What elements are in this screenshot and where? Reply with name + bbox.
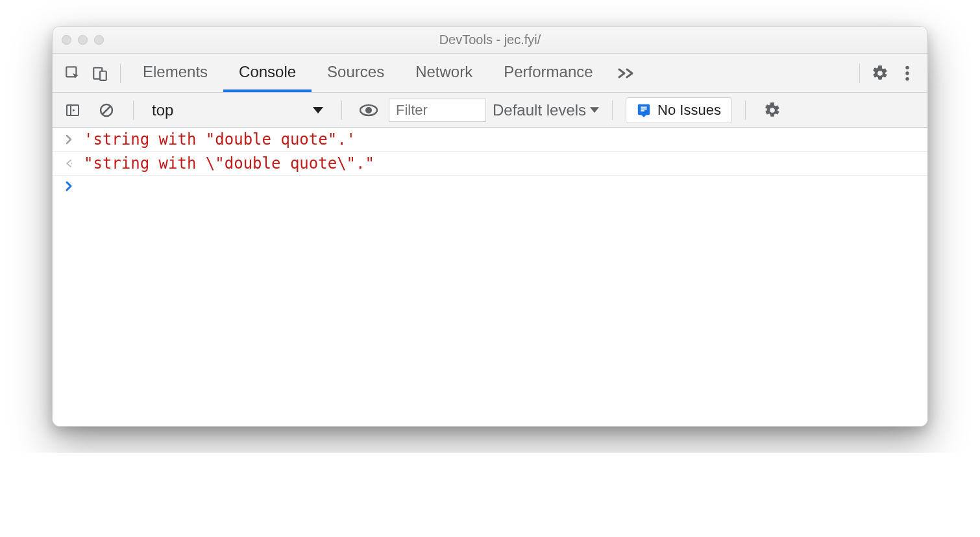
chevron-down-icon	[590, 107, 599, 113]
separator	[745, 101, 746, 120]
svg-point-9	[365, 107, 372, 113]
console-input-text: 'string with "double quote".'	[84, 130, 356, 149]
execution-context-label: top	[152, 101, 173, 119]
settings-icon[interactable]	[866, 60, 894, 87]
svg-rect-2	[100, 71, 106, 80]
tab-network[interactable]: Network	[400, 54, 488, 92]
execution-context-select[interactable]: top	[147, 101, 328, 119]
tab-performance[interactable]: Performance	[488, 54, 608, 92]
issues-button[interactable]: No Issues	[626, 97, 732, 123]
output-marker-icon	[63, 158, 75, 169]
separator	[859, 64, 860, 83]
prompt-marker-icon	[63, 181, 75, 191]
titlebar: DevTools - jec.fyi/	[53, 27, 927, 54]
svg-point-3	[905, 66, 909, 69]
filter-input[interactable]	[389, 99, 486, 122]
main-tabbar: Elements Console Sources Network Perform…	[53, 54, 927, 93]
console-settings-icon[interactable]	[759, 97, 786, 124]
inspect-element-icon[interactable]	[59, 60, 86, 87]
console-output-row[interactable]: "string with \"double quote\"."	[53, 152, 927, 176]
issues-label: No Issues	[657, 102, 721, 119]
separator	[120, 64, 121, 83]
log-levels-select[interactable]: Default levels	[493, 101, 599, 119]
svg-point-4	[905, 71, 909, 75]
live-expression-icon[interactable]	[355, 97, 382, 124]
chevron-down-icon	[313, 107, 323, 113]
close-window-button[interactable]	[62, 35, 71, 45]
console-sidebar-toggle-icon[interactable]	[59, 97, 86, 124]
console-prompt[interactable]	[53, 176, 927, 197]
svg-point-5	[905, 77, 909, 80]
traffic-lights	[62, 35, 104, 45]
input-marker-icon	[63, 134, 75, 145]
devtools-window: DevTools - jec.fyi/ Elements Console Sou…	[52, 26, 928, 427]
kebab-menu-icon[interactable]	[894, 60, 921, 87]
device-toolbar-icon[interactable]	[86, 60, 114, 87]
separator	[341, 101, 342, 120]
panel-tabs: Elements Console Sources Network Perform…	[127, 54, 609, 92]
clear-console-icon[interactable]	[93, 97, 120, 124]
tab-console[interactable]: Console	[223, 54, 312, 92]
minimize-window-button[interactable]	[78, 35, 88, 45]
issues-icon	[637, 103, 651, 117]
console-input-row[interactable]: 'string with "double quote".'	[53, 128, 927, 152]
separator	[612, 101, 613, 120]
console-output-text: "string with \"double quote\"."	[84, 154, 374, 173]
window-title: DevTools - jec.fyi/	[53, 32, 927, 47]
log-levels-label: Default levels	[493, 101, 586, 119]
svg-point-10	[71, 163, 73, 164]
zoom-window-button[interactable]	[94, 35, 104, 45]
console-output: 'string with "double quote".' "string wi…	[53, 128, 927, 426]
tab-sources[interactable]: Sources	[312, 54, 400, 92]
more-tabs-icon[interactable]	[609, 67, 644, 80]
console-toolbar: top Default levels No Issues	[53, 93, 927, 128]
tab-elements[interactable]: Elements	[127, 54, 223, 92]
separator	[133, 101, 134, 120]
